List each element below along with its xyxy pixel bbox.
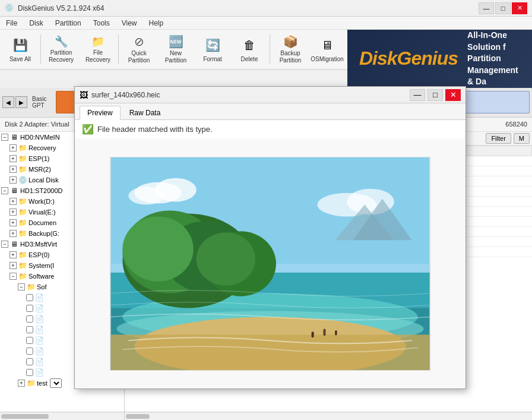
menu-help[interactable]: Help (143, 17, 170, 29)
test-label: test (37, 380, 48, 387)
expand-esp0[interactable]: + (10, 251, 17, 258)
expand-software[interactable]: − (10, 273, 17, 280)
partition-recovery-button[interactable]: 🔧 PartitionRecovery (43, 32, 79, 67)
expand-backup-g[interactable]: + (10, 230, 17, 237)
new-partition-icon: 🆕 (166, 34, 185, 49)
sub3-icon: 📄 (34, 314, 44, 324)
disk-type-label: Basic GPT (30, 96, 53, 109)
sub5-icon: 📄 (34, 336, 44, 345)
menu-bar: File Disk Partition Tools View Help (0, 17, 532, 30)
expand-test[interactable]: + (18, 380, 25, 387)
toolbar-separator-2 (118, 34, 119, 64)
hd1-icon: 🖥 (10, 186, 19, 195)
filter-button[interactable]: Filter (486, 133, 511, 144)
hd0-icon: 🖥 (10, 132, 19, 142)
sub8-checkbox[interactable] (26, 369, 33, 376)
sub2-checkbox[interactable] (26, 305, 33, 312)
menu-file[interactable]: File (0, 17, 23, 29)
test-dropdown[interactable]: ▼ (50, 378, 62, 388)
work-d-label: Work(D:) (28, 198, 55, 205)
format-button[interactable]: 🔄 Format (195, 32, 230, 67)
sub3-checkbox[interactable] (26, 315, 33, 323)
dialog-image-area (75, 138, 466, 389)
sub2-icon: 📄 (34, 304, 44, 313)
expand-work-d[interactable]: + (10, 198, 17, 205)
maximize-button[interactable]: □ (495, 2, 511, 14)
expand-virual-e[interactable]: + (10, 209, 17, 216)
delete-button[interactable]: 🗑 Delete (232, 32, 267, 67)
left-scrollbar[interactable] (0, 412, 125, 420)
dialog-close[interactable]: ✕ (445, 89, 461, 101)
right-scroll-thumb[interactable] (126, 414, 150, 419)
tagline-line2: Partition Management & Da (467, 53, 520, 88)
right-scrollbar[interactable] (125, 412, 532, 420)
dialog-status-text: File header matched with its type. (97, 125, 213, 134)
expand-esp1[interactable]: + (10, 155, 17, 162)
dialog-minimize[interactable]: — (410, 89, 425, 101)
sub6-checkbox[interactable] (26, 348, 33, 355)
menu-partition[interactable]: Partition (49, 17, 87, 29)
svg-point-4 (128, 187, 164, 204)
window-controls: — □ ✕ (479, 2, 527, 14)
expand-recovery[interactable]: + (10, 144, 17, 151)
work-d-icon: 📁 (18, 197, 27, 206)
nav-arrows: ◀ ▶ (2, 96, 27, 108)
svg-point-16 (122, 216, 193, 281)
save-all-button[interactable]: 💾 Save All (2, 32, 38, 67)
file-recovery-icon: 📁 (88, 35, 107, 48)
close-button[interactable]: ✕ (512, 2, 527, 14)
hd3-icon: 🖥 (10, 239, 19, 249)
expand-msr2[interactable]: + (10, 166, 17, 173)
dialog-window-controls: — □ ✕ (410, 89, 461, 101)
expand-sof-sub[interactable]: − (18, 283, 25, 290)
left-scroll-thumb[interactable] (1, 414, 49, 419)
toolbar-separator-1 (40, 34, 41, 64)
system-i-label: System(I (28, 262, 54, 269)
hd0-label: HD0:NVMeIN (20, 134, 60, 141)
brand-banner: DiskGenius All-In-One Solution f Partiti… (347, 30, 532, 88)
toolbar-separator-3 (270, 34, 270, 64)
virual-e-icon: 📁 (18, 207, 27, 217)
title-bar: 💿 DiskGenius V5.2.1.924 x64 — □ ✕ (0, 0, 532, 17)
quick-partition-button[interactable]: ⊘ QuickPartition (121, 32, 157, 67)
menu-disk[interactable]: Disk (23, 17, 49, 29)
expand-hd1[interactable]: − (1, 187, 8, 194)
tab-raw-data[interactable]: Raw Data (122, 106, 169, 119)
minimize-button[interactable]: — (479, 2, 494, 14)
new-partition-button[interactable]: 🆕 NewPartition (158, 32, 194, 67)
sub7-checkbox[interactable] (26, 358, 33, 365)
more-button[interactable]: M (514, 133, 530, 144)
sub5-checkbox[interactable] (26, 337, 33, 344)
msr2-label: MSR(2) (28, 166, 51, 173)
document-icon: 📁 (18, 218, 27, 228)
app-title: DiskGenius V5.2.1.924 x64 (18, 4, 479, 12)
document-label: Documen (28, 219, 56, 226)
quick-partition-icon: ⊘ (129, 34, 148, 49)
expand-hd3[interactable]: − (1, 241, 8, 248)
nav-back-button[interactable]: ◀ (2, 96, 14, 108)
expand-local-disk[interactable]: + (10, 176, 17, 184)
os-migration-button[interactable]: 🖥 OSMigration (309, 32, 345, 67)
toolbar: 💾 Save All 🔧 PartitionRecovery 📁 FileRec… (0, 30, 347, 70)
sub6-icon: 📄 (34, 346, 44, 356)
disk-adapter-text: Disk 2 Adapter: Virtual (5, 121, 69, 128)
sub1-checkbox[interactable] (26, 294, 33, 301)
expand-document[interactable]: + (10, 219, 17, 226)
file-recovery-button[interactable]: 📁 FileRecovery (80, 32, 116, 67)
tab-preview[interactable]: Preview (80, 106, 121, 120)
format-icon: 🔄 (203, 36, 222, 55)
basic-label: Basic (32, 96, 51, 102)
expand-system-i[interactable]: + (10, 262, 17, 269)
sub4-icon: 📄 (34, 325, 44, 334)
gpt-label: GPT (32, 102, 51, 109)
sub4-checkbox[interactable] (26, 326, 33, 333)
expand-hd0[interactable]: − (1, 134, 8, 141)
backup-partition-button[interactable]: 📦 BackupPartition (273, 32, 308, 67)
dialog-maximize[interactable]: □ (428, 89, 443, 101)
menu-tools[interactable]: Tools (87, 17, 116, 29)
menu-view[interactable]: View (116, 17, 143, 29)
os-migration-label: OSMigration (311, 56, 344, 63)
nav-forward-button[interactable]: ▶ (15, 96, 27, 108)
toolbar-area: 💾 Save All 🔧 PartitionRecovery 📁 FileRec… (0, 30, 532, 88)
svg-rect-23 (335, 330, 337, 335)
